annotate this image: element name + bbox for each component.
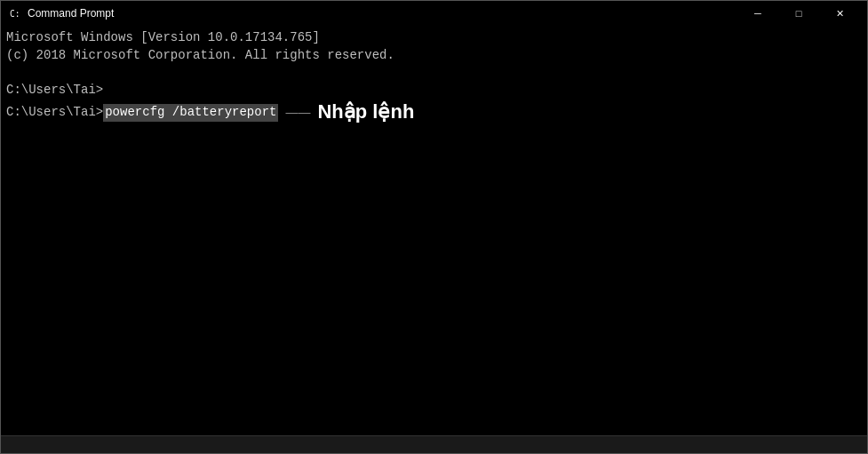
close-button[interactable]: ✕ bbox=[819, 1, 860, 26]
bottom-bar bbox=[1, 435, 867, 453]
console-command: powercfg /batteryreport bbox=[103, 104, 278, 122]
minimize-button[interactable]: ─ bbox=[737, 1, 778, 26]
annotation-label: Nhập lệnh bbox=[317, 99, 414, 126]
titlebar: C: Command Prompt ─ □ ✕ bbox=[1, 1, 867, 26]
titlebar-title: Command Prompt bbox=[28, 7, 114, 20]
console-line-4: C:\Users\Tai> bbox=[6, 82, 862, 100]
titlebar-left: C: Command Prompt bbox=[8, 6, 114, 20]
annotation-arrow: —— bbox=[285, 104, 310, 122]
cmd-window: C: Command Prompt ─ □ ✕ Microsoft Window… bbox=[0, 0, 868, 454]
console-body[interactable]: Microsoft Windows [Version 10.0.17134.76… bbox=[1, 26, 867, 435]
console-line-5: C:\Users\Tai>powercfg /batteryreport —— … bbox=[6, 99, 862, 126]
maximize-button[interactable]: □ bbox=[778, 1, 819, 26]
svg-text:C:: C: bbox=[10, 9, 20, 19]
console-line-3 bbox=[6, 64, 862, 82]
console-line-2: (c) 2018 Microsoft Corporation. All righ… bbox=[6, 47, 862, 65]
console-prompt-5: C:\Users\Tai> bbox=[6, 104, 103, 122]
console-line-1: Microsoft Windows [Version 10.0.17134.76… bbox=[6, 29, 862, 47]
titlebar-controls: ─ □ ✕ bbox=[737, 1, 860, 26]
cmd-icon: C: bbox=[8, 6, 22, 20]
console-prompt-4: C:\Users\Tai> bbox=[6, 82, 103, 100]
